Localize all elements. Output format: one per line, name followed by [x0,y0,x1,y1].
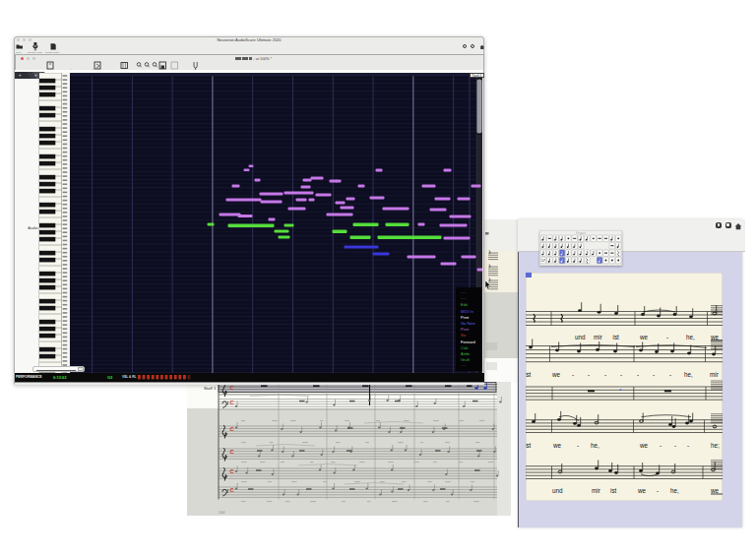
svg-text:-: - [620,371,622,378]
svg-text:und: und [552,487,563,494]
svg-text:mir: mir [710,371,719,378]
svg-text:+: + [19,73,22,78]
svg-text:-: - [572,371,574,378]
svg-text:he,: he, [684,371,693,378]
svg-text:17: 17 [541,259,545,263]
svg-text:ist: ist [613,334,620,340]
svg-text:he,: he, [670,487,679,494]
svg-text:we: we [551,371,561,378]
svg-text:Staff 1: Staff 1 [204,386,217,391]
svg-text:ist: ist [610,487,617,494]
svg-text:+: + [34,73,37,78]
svg-text:-: - [660,442,662,449]
svg-text:mir: mir [592,487,600,494]
svg-text:Keypad: Keypad [576,230,586,234]
svg-text:C: C [230,400,234,405]
svg-text:we: we [637,487,647,494]
svg-text:we: we [639,442,649,449]
svg-text:-: - [666,334,668,340]
svg-text:-: - [637,371,639,378]
svg-text:C: C [230,426,234,432]
svg-text:-: - [653,371,655,378]
svg-text:ist: ist [526,371,532,378]
svg-text:we: we [710,334,720,340]
svg-text:und: und [575,334,586,340]
svg-text:mir: mir [594,334,602,340]
svg-text:he,: he, [686,334,695,340]
svg-text:144: 144 [219,511,224,515]
svg-text:-: - [577,442,579,449]
svg-text:he,: he, [591,442,599,449]
svg-text:we: we [552,442,562,449]
svg-text:-: - [669,371,671,378]
svg-text:C: C [230,385,234,391]
svg-text:C: C [230,487,234,493]
svg-text:ist: ist [526,442,532,449]
svg-text:-: - [604,371,606,378]
svg-text:he;: he; [711,442,720,449]
svg-text:-: - [687,442,689,449]
svg-text:we: we [710,487,720,494]
svg-text:-: - [588,371,590,378]
svg-text:we: we [639,334,649,340]
svg-text:-: - [674,442,676,449]
svg-text:-: - [657,487,659,494]
svg-text:C: C [230,468,234,474]
svg-text:C: C [230,449,234,455]
